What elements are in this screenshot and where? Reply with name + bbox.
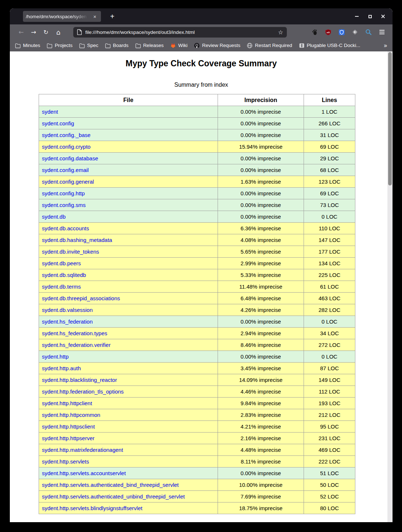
file-link[interactable]: sydent.http.httpclient — [42, 400, 92, 406]
page-info-icon[interactable] — [77, 29, 82, 35]
file-link[interactable]: sydent.db.terms — [42, 283, 81, 290]
table-row: sydent.http.blacklisting_reactor14.09% i… — [39, 374, 355, 386]
file-link[interactable]: sydent.db — [42, 214, 66, 220]
bookmarks-overflow-icon[interactable] — [384, 42, 387, 49]
browser-tab[interactable]: /home/dmr/workspace/syden — [23, 11, 101, 22]
lines-cell: 222 LOC — [304, 456, 355, 468]
table-row: sydent.hs_federation.types2.94% imprecis… — [39, 328, 355, 339]
bookmark-item[interactable]: Plugable USB-C Docki... — [299, 43, 360, 48]
file-link[interactable]: sydent.db.sqlitedb — [42, 272, 86, 278]
imprecision-cell: 0.00% imprecise — [218, 211, 304, 223]
file-link[interactable]: sydent.db.valsession — [42, 307, 93, 313]
file-link[interactable]: sydent.http.auth — [42, 365, 81, 371]
globe-icon — [247, 43, 253, 48]
file-link[interactable]: sydent.http.matrixfederationagent — [42, 447, 123, 453]
bookmark-item[interactable]: Boards — [105, 43, 129, 48]
file-link[interactable]: sydent — [42, 109, 58, 115]
bookmark-item[interactable]: Projects — [47, 43, 73, 48]
folder-icon — [15, 43, 21, 48]
url-text[interactable]: file:///home/dmr/workspace/sydent/out3/i… — [85, 30, 275, 35]
bookmark-item[interactable]: Review Requests — [194, 43, 240, 48]
bookmark-item[interactable]: Minutes — [15, 43, 40, 48]
lines-cell: 31 LOC — [304, 129, 355, 141]
maximize-button[interactable] — [366, 13, 374, 20]
github-icon — [194, 43, 200, 48]
forward-button[interactable] — [27, 27, 40, 38]
file-link[interactable]: sydent.db.threepid_associations — [42, 295, 120, 301]
file-link[interactable]: sydent.http.servlets — [42, 458, 89, 465]
folder-icon — [135, 43, 141, 48]
file-link[interactable]: sydent.db.peers — [42, 260, 81, 266]
bitwarden-icon[interactable] — [338, 29, 345, 35]
scrollbar-thumb[interactable] — [388, 52, 392, 185]
close-button[interactable] — [379, 13, 387, 20]
lines-cell: 463 LOC — [304, 293, 355, 304]
file-link[interactable]: sydent.http.httpsclient — [42, 423, 95, 430]
window-controls — [353, 13, 387, 20]
back-button[interactable] — [15, 27, 27, 38]
tab-close-icon[interactable] — [91, 13, 98, 19]
bookmark-item[interactable]: Wiki — [170, 43, 188, 48]
search-icon[interactable] — [365, 29, 372, 35]
extension-diamond-icon[interactable] — [352, 29, 358, 35]
file-link[interactable]: sydent.http.blacklisting_reactor — [42, 377, 117, 383]
file-link[interactable]: sydent.config.general — [42, 179, 94, 185]
url-bar[interactable]: file:///home/dmr/workspace/sydent/out3/i… — [73, 27, 287, 38]
table-row: sydent.hs_federation0.00% imprecise0 LOC — [39, 316, 355, 328]
home-button[interactable] — [52, 27, 65, 38]
file-link[interactable]: sydent.hs_federation — [42, 318, 93, 325]
bookmark-item[interactable]: Releases — [135, 43, 164, 48]
file-link[interactable]: sydent.http.servlets.accountservlet — [42, 470, 126, 476]
coverage-table-body: sydent0.00% imprecise1 LOCsydent.config0… — [39, 106, 355, 514]
minimize-button[interactable] — [353, 13, 360, 20]
imprecision-cell: 0.00% imprecise — [218, 468, 304, 479]
file-link[interactable]: sydent.http — [42, 353, 69, 360]
imprecision-cell: 5.33% imprecise — [218, 269, 304, 281]
imprecision-cell: 0.00% imprecise — [218, 351, 304, 363]
file-link[interactable]: sydent.http.httpcommon — [42, 412, 100, 418]
file-link[interactable]: sydent.config.http — [42, 190, 85, 196]
file-link[interactable]: sydent.config.database — [42, 155, 98, 161]
lines-cell: 50 LOC — [304, 479, 355, 491]
bookmark-item[interactable]: Restart Required — [247, 43, 292, 48]
file-link[interactable]: sydent.config.email — [42, 167, 89, 173]
file-link[interactable]: sydent.http.federation_tls_options — [42, 388, 124, 395]
file-link[interactable]: sydent.hs_federation.types — [42, 330, 107, 336]
file-link[interactable]: sydent.http.servlets.authenticated_unbin… — [42, 493, 185, 500]
tab-bar: /home/dmr/workspace/syden — [10, 8, 393, 24]
gnome-foot-icon[interactable] — [311, 29, 318, 35]
reload-button[interactable] — [40, 27, 52, 38]
imprecision-cell: 5.65% imprecise — [218, 246, 304, 258]
imprecision-cell: 0.00% imprecise — [218, 188, 304, 199]
file-link[interactable]: sydent.config — [42, 120, 74, 126]
imprecision-cell: 0.00% imprecise — [218, 164, 304, 176]
file-link[interactable]: sydent.http.servlets.blindlysignstuffser… — [42, 505, 143, 511]
bookmark-item[interactable]: Spec — [79, 43, 98, 48]
page-scrollbar[interactable] — [387, 51, 393, 522]
file-link[interactable]: sydent.http.httpserver — [42, 435, 94, 441]
file-link[interactable]: sydent.db.hashing_metadata — [42, 237, 112, 243]
lines-cell: 112 LOC — [304, 386, 355, 398]
file-link[interactable]: sydent.hs_federation.verifier — [42, 342, 110, 348]
imprecision-cell: 11.48% imprecise — [218, 281, 304, 293]
ublock-icon[interactable]: uO — [325, 29, 331, 35]
file-link[interactable]: sydent.config._base — [42, 132, 90, 138]
menu-icon[interactable] — [379, 29, 385, 35]
file-link[interactable]: sydent.db.accounts — [42, 225, 89, 231]
lines-cell: 147 LOC — [304, 234, 355, 246]
bookmark-star-icon[interactable] — [278, 29, 283, 36]
table-row: sydent.http.httpsclient4.21% imprecise95… — [39, 421, 355, 433]
imprecision-cell: 2.83% imprecise — [218, 409, 304, 421]
new-tab-button[interactable] — [107, 11, 118, 22]
file-link[interactable]: sydent.config.crypto — [42, 144, 90, 150]
table-row: sydent.db.terms11.48% imprecise61 LOC — [39, 281, 355, 293]
file-link[interactable]: sydent.http.servlets.authenticated_bind_… — [42, 482, 179, 488]
imprecision-cell: 9.84% imprecise — [218, 398, 304, 409]
file-link[interactable]: sydent.config.sms — [42, 202, 86, 208]
file-link[interactable]: sydent.db.invite_tokens — [42, 249, 99, 255]
toolbar-extension-icons: uO — [311, 29, 385, 35]
table-row: sydent.config.http0.00% imprecise69 LOC — [39, 188, 355, 199]
lines-cell: 1 LOC — [304, 106, 355, 118]
table-row: sydent.http.auth3.45% imprecise87 LOC — [39, 363, 355, 374]
table-row: sydent.config.database0.00% imprecise29 … — [39, 153, 355, 164]
